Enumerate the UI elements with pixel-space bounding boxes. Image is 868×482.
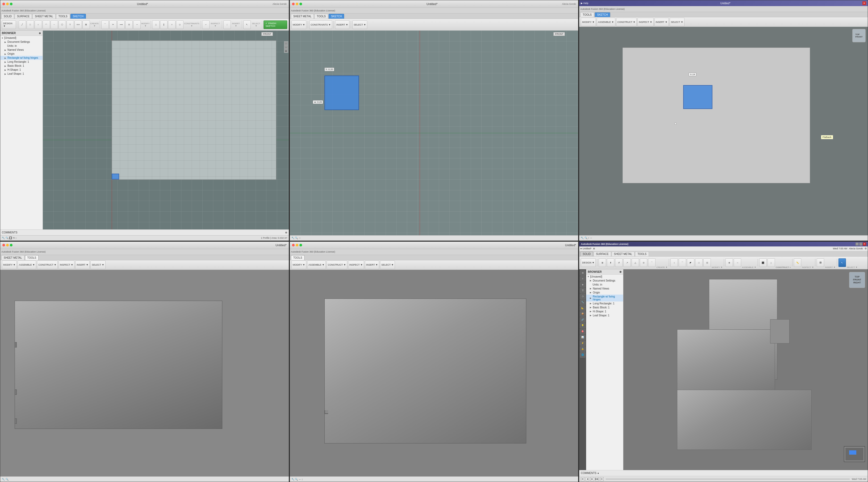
modify-btn-2[interactable]: MODIFY ▼ [291, 21, 306, 29]
tab-sketch-3[interactable]: SKETCH [595, 12, 610, 17]
browser-item6-docsettings[interactable]: ▶ Document Settings [586, 279, 623, 283]
close-btn-2[interactable] [292, 3, 294, 5]
icon-btn-7[interactable]: 📐 [580, 306, 585, 311]
browser-item6-units[interactable]: Units: in [586, 283, 623, 287]
blue-rect-2[interactable] [324, 75, 359, 110]
break-btn[interactable]: ∽ [133, 21, 141, 29]
insert-btn-2[interactable]: INSERT ▼ [335, 21, 349, 29]
finish-sketch-btn[interactable]: ✓ FINISH SKETCH [264, 21, 287, 29]
construct-btn-4[interactable]: CONSTRUCT ▼ [37, 261, 58, 269]
tab-sheetmetal-6[interactable]: SHEET METAL [612, 252, 635, 256]
mirror-btn[interactable]: ⟺ [74, 21, 82, 29]
max-btn-2[interactable] [300, 3, 302, 5]
close-btn-3[interactable]: ✕ [862, 1, 866, 5]
new-body-btn[interactable]: ⊞ [599, 258, 606, 267]
insert-img-btn[interactable]: 🖼 [817, 258, 824, 267]
insert-btn-5[interactable]: INSERT ▼ [365, 261, 379, 269]
select-btn-3[interactable]: SELECT ▼ [670, 18, 684, 26]
select-btn-2[interactable]: SELECT ▼ [352, 21, 367, 29]
modify-btn-4[interactable]: MODIFY ▼ [2, 261, 17, 269]
step-back-btn[interactable]: ◀ [586, 477, 589, 481]
spline-btn[interactable]: ~ [51, 21, 58, 29]
text-btn[interactable]: T [66, 21, 74, 29]
revolve-btn[interactable]: ↺ [615, 258, 623, 267]
win-max-6[interactable]: □ [859, 243, 862, 246]
dim-btn[interactable]: ◇ [176, 21, 184, 29]
tab-tools-1[interactable]: TOOLS [56, 14, 70, 19]
tab-surface-6[interactable]: SURFACE [594, 252, 611, 256]
icon-btn-10[interactable]: 💡 [580, 323, 585, 328]
browser-item-rect[interactable]: ▶ Rectangle w/ living hinges [0, 56, 42, 60]
sweep-btn[interactable]: ↗ [623, 258, 631, 267]
select-btn-5[interactable]: SELECT ▼ [380, 261, 395, 269]
measure-btn-6[interactable]: 📏 [794, 258, 801, 267]
tab-tools-2[interactable]: TOOLS [314, 14, 328, 19]
browser-item-longrect[interactable]: ▶ Long Rectangle: 1 [0, 60, 42, 64]
assemble-btn-4[interactable]: ASSEMBLE ▼ [18, 261, 36, 269]
poly-btn[interactable]: ⬡ [59, 21, 66, 29]
min-btn[interactable] [6, 3, 9, 5]
step-fwd-btn[interactable]: ▶▶ [595, 477, 599, 481]
fillet-btn[interactable]: ⌒ [101, 21, 109, 29]
comments-icon-1[interactable]: ⊕ [285, 231, 287, 234]
nav-cube-3[interactable]: TOPFRONT [852, 29, 866, 42]
line-btn[interactable]: ╱ [19, 21, 26, 29]
viewport-solid-4[interactable] [0, 270, 289, 477]
tab-tools-6[interactable]: TOOLS [635, 252, 649, 256]
browser-item-basicblock[interactable]: ▶ Basic Block: 1 [0, 64, 42, 68]
close-btn-5[interactable] [292, 244, 294, 247]
inspect-btn-4[interactable]: INSPECT ▼ [59, 261, 74, 269]
menu-plus[interactable]: ⊕ [593, 247, 595, 250]
icon-btn-11[interactable]: 🎯 [580, 329, 585, 334]
coincident-btn[interactable]: ⊥ [152, 21, 160, 29]
construct-btn-3[interactable]: CONSTRUCT ▼ [616, 18, 637, 26]
icon-btn-14[interactable]: 🔒 [580, 346, 585, 352]
assemble-btn-5[interactable]: ASSEMBLE ▼ [307, 261, 326, 269]
viewport-solid-5[interactable] [290, 270, 579, 477]
pattern-btn[interactable]: ⊞ [83, 21, 90, 29]
tab-solid-1[interactable]: SOLID [1, 14, 14, 19]
rewind-btn[interactable]: ⏮ [581, 477, 585, 481]
modify-btn-3[interactable]: MODIFY ▼ [581, 18, 596, 26]
constraints-btn-2[interactable]: CONSTRAINTS ▼ [309, 21, 332, 29]
browser-collapse-6[interactable]: ⊕ [619, 270, 621, 273]
min-btn-5[interactable] [296, 244, 299, 247]
select-btn-4[interactable]: SELECT ▼ [90, 261, 105, 269]
inspect-btn-3[interactable]: INSPECT ▼ [638, 18, 653, 26]
icon-btn-6[interactable]: 🔧 [580, 300, 585, 305]
browser-item-origin[interactable]: ▶ Origin [0, 52, 42, 56]
browser-item-leafshape[interactable]: ▶ Leaf Shape: 1 [0, 72, 42, 76]
close-btn-4[interactable] [2, 244, 5, 247]
select-btn-6[interactable]: ↖ [838, 258, 846, 267]
design-btn[interactable]: DESIGN ▼ [2, 21, 16, 29]
win-min-6[interactable]: _ [856, 243, 859, 246]
fillet-btn-6[interactable]: ⌒ [648, 258, 655, 267]
scale-btn[interactable]: ⊡ [703, 258, 711, 267]
icon-btn-3[interactable]: ◈ [580, 282, 585, 287]
inspect-btn-5[interactable]: INSPECT ▼ [348, 261, 364, 269]
icon-btn-5[interactable]: ◷ [580, 294, 585, 299]
blue-rect-3a[interactable] [683, 85, 712, 109]
tab-sheetmetal-2[interactable]: SHEET METAL [291, 14, 314, 19]
circle-btn[interactable]: ○ [35, 21, 42, 29]
tab-sheetmetal-4[interactable]: SHEET METAL [1, 255, 25, 260]
browser-item6-unsaved[interactable]: ▼ [Unsaved] [586, 275, 623, 279]
modify-btn-5[interactable]: MODIFY ▼ [291, 261, 306, 269]
icon-btn-4[interactable]: ☰ [580, 288, 585, 293]
browser-item-hshape[interactable]: ▶ H-Shape: 1 [0, 68, 42, 72]
browser-item-docsettings[interactable]: ▶ Document Settings [0, 40, 42, 44]
icon-btn-15[interactable]: 🌐 [580, 352, 585, 358]
browser-item6-namedviews[interactable]: ▶ Named Views [586, 287, 623, 291]
shell-btn[interactable]: □ [695, 258, 703, 267]
construct-btn-5[interactable]: CONSTRUCT ▼ [327, 261, 347, 269]
min-btn-2[interactable] [296, 3, 299, 5]
max-btn-4[interactable] [10, 244, 12, 247]
orient-btn-2[interactable]: ↔ [284, 45, 288, 49]
icon-btn-2[interactable]: ≡ [580, 276, 585, 282]
browser-item-units[interactable]: Units: in [0, 44, 42, 48]
align-btn[interactable]: ↔ [734, 258, 741, 267]
browser-item6-hshape[interactable]: ▶ H-Shape: 1 [586, 310, 623, 314]
browser-item6-rect[interactable]: ▶ Rectangle w/ living hinges [586, 295, 623, 301]
browser-item6-origin[interactable]: ▶ Origin [586, 291, 623, 295]
icon-btn-12[interactable]: 📊 [580, 335, 585, 340]
